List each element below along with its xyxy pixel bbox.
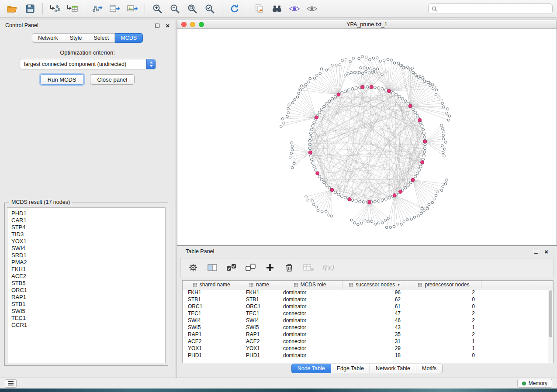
- table-cell[interactable]: SWI4: [183, 317, 241, 324]
- mcds-result-item[interactable]: RAP1: [11, 294, 165, 301]
- table-cell[interactable]: connector: [278, 345, 342, 352]
- column-header-successor-nodes[interactable]: successor nodes▾: [342, 281, 407, 289]
- window-close-dot[interactable]: [181, 22, 187, 27]
- table-row[interactable]: ACE2ACE2connector311: [183, 338, 553, 345]
- table-cell[interactable]: ACE2: [241, 338, 278, 345]
- search-box[interactable]: [428, 3, 553, 14]
- delete-column-button[interactable]: [283, 261, 295, 274]
- table-cell[interactable]: RAP1: [183, 331, 241, 338]
- mcds-result-item[interactable]: SWI5: [11, 308, 165, 315]
- table-cell[interactable]: dominator: [278, 296, 342, 303]
- select-all-button[interactable]: [225, 261, 238, 274]
- table-cell[interactable]: dominator: [278, 352, 342, 359]
- status-menu-button[interactable]: [5, 379, 17, 388]
- table-scrollbar-thumb[interactable]: [549, 290, 552, 337]
- memory-button[interactable]: Memory: [517, 379, 552, 388]
- table-cell[interactable]: RAP1: [241, 331, 278, 338]
- table-cell[interactable]: dominator: [278, 317, 342, 324]
- mcds-result-item[interactable]: PMA2: [11, 259, 165, 266]
- table-cell[interactable]: dominator: [278, 289, 342, 296]
- table-cell[interactable]: dominator: [278, 303, 342, 310]
- export-image-button[interactable]: [124, 1, 141, 16]
- window-minimize-dot[interactable]: [190, 22, 195, 27]
- show-columns-button[interactable]: [206, 261, 218, 274]
- table-cell[interactable]: PHD1: [241, 352, 278, 359]
- table-cell[interactable]: SWI5: [241, 324, 278, 331]
- run-mcds-button[interactable]: Run MCDS: [40, 74, 84, 85]
- float-panel-icon[interactable]: [155, 24, 159, 28]
- close-table-panel-icon[interactable]: ×: [544, 248, 548, 255]
- table-row[interactable]: SWI4SWI4dominator462: [183, 317, 553, 324]
- save-button[interactable]: [22, 1, 38, 16]
- table-cell[interactable]: 0: [407, 352, 481, 359]
- tab-motifs[interactable]: Motifs: [416, 364, 443, 373]
- show-hide-button[interactable]: [304, 1, 320, 16]
- import-table-button[interactable]: [64, 1, 81, 16]
- first-neighbors-button[interactable]: [269, 1, 285, 16]
- table-row[interactable]: STB1STB1dominator620: [183, 296, 553, 303]
- mcds-result-item[interactable]: YOX1: [11, 238, 165, 245]
- tab-style[interactable]: Style: [64, 33, 88, 43]
- table-cell[interactable]: 2: [407, 331, 481, 338]
- table-cell[interactable]: ORC1: [183, 303, 241, 310]
- table-cell[interactable]: connector: [278, 338, 342, 345]
- table-cell[interactable]: FKH1: [183, 289, 241, 296]
- table-cell[interactable]: 43: [342, 324, 407, 331]
- float-table-panel-icon[interactable]: [534, 250, 538, 254]
- mcds-result-item[interactable]: CAR1: [11, 217, 165, 224]
- share-document-button[interactable]: [251, 1, 268, 16]
- table-cell[interactable]: STB1: [241, 296, 278, 303]
- table-cell[interactable]: ORC1: [241, 303, 278, 310]
- column-header-predecessor-nodes[interactable]: predecessor nodes: [407, 281, 481, 289]
- table-row[interactable]: PHD1PHD1dominator180: [183, 352, 553, 359]
- zoom-selected-button[interactable]: [201, 1, 218, 16]
- table-cell[interactable]: 2: [407, 317, 481, 324]
- table-cell[interactable]: STB1: [183, 296, 241, 303]
- table-cell[interactable]: 1: [407, 345, 481, 352]
- mcds-result-item[interactable]: TEC1: [11, 315, 165, 322]
- table-row[interactable]: RAP1RAP1dominator352: [183, 331, 553, 338]
- table-cell[interactable]: TEC1: [183, 310, 241, 317]
- zoom-fit-button[interactable]: [184, 1, 201, 16]
- table-cell[interactable]: 35: [342, 331, 407, 338]
- zoom-in-button[interactable]: [149, 1, 166, 16]
- mcds-result-item[interactable]: FKH1: [11, 266, 165, 273]
- table-row[interactable]: FKH1FKH1dominator962: [183, 289, 553, 296]
- table-settings-button[interactable]: [187, 261, 199, 274]
- column-header-shared-name[interactable]: shared name: [183, 281, 241, 289]
- table-cell[interactable]: 1: [407, 338, 481, 345]
- mcds-result-item[interactable]: PHD1: [11, 210, 165, 217]
- close-panel-icon[interactable]: ×: [166, 22, 170, 29]
- mcds-result-item[interactable]: ACE2: [11, 273, 165, 280]
- table-cell[interactable]: 61: [342, 303, 407, 310]
- export-network-button[interactable]: [89, 1, 106, 16]
- tab-edge-table[interactable]: Edge Table: [331, 364, 370, 373]
- zoom-out-button[interactable]: [166, 1, 183, 16]
- table-cell[interactable]: PHD1: [183, 352, 241, 359]
- table-row[interactable]: ORC1ORC1dominator610: [183, 303, 553, 310]
- table-cell[interactable]: SWI4: [241, 317, 278, 324]
- mcds-result-item[interactable]: GCR1: [11, 322, 165, 329]
- table-cell[interactable]: 62: [342, 296, 407, 303]
- search-input[interactable]: [439, 5, 549, 12]
- column-filter-arrow[interactable]: ▾: [398, 282, 400, 287]
- import-network-button[interactable]: [47, 1, 63, 16]
- table-cell[interactable]: connector: [278, 324, 342, 331]
- tab-network[interactable]: Network: [32, 33, 64, 43]
- table-cell[interactable]: 2: [407, 289, 481, 296]
- table-cell[interactable]: 18: [342, 352, 407, 359]
- optimization-select[interactable]: largest connected component (undirected): [20, 59, 156, 69]
- table-cell[interactable]: 31: [342, 338, 407, 345]
- mcds-result-item[interactable]: STB5: [11, 280, 165, 287]
- window-maximize-dot[interactable]: [199, 22, 204, 27]
- table-cell[interactable]: FKH1: [241, 289, 278, 296]
- add-column-button[interactable]: [264, 261, 276, 274]
- table-scrollbar[interactable]: [548, 289, 553, 363]
- visual-properties-button[interactable]: [286, 1, 303, 16]
- table-cell[interactable]: 96: [342, 289, 407, 296]
- table-cell[interactable]: SWI5: [183, 324, 241, 331]
- table-row[interactable]: SWI5SWI5connector431: [183, 324, 553, 331]
- table-cell[interactable]: ACE2: [183, 338, 241, 345]
- table-cell[interactable]: connector: [278, 310, 342, 317]
- table-cell[interactable]: 29: [342, 345, 407, 352]
